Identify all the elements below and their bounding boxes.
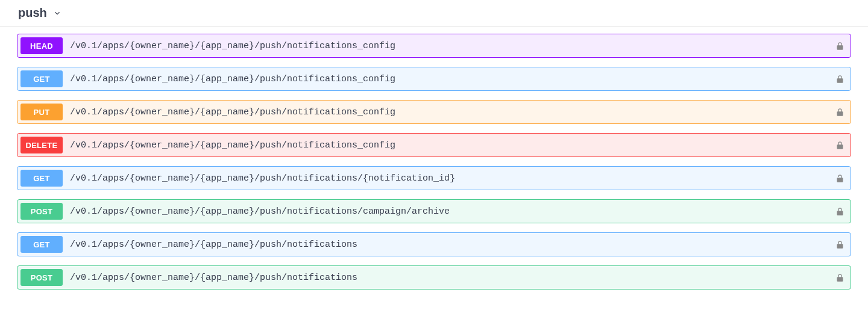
lock-icon[interactable] bbox=[835, 207, 844, 216]
lock-icon[interactable] bbox=[835, 240, 844, 249]
operation-row[interactable]: POST /v0.1/apps/{owner_name}/{app_name}/… bbox=[17, 265, 851, 290]
operation-row[interactable]: GET /v0.1/apps/{owner_name}/{app_name}/p… bbox=[17, 67, 851, 91]
method-badge: GET bbox=[20, 170, 63, 187]
lock-icon[interactable] bbox=[835, 273, 844, 282]
section-title: push bbox=[18, 6, 47, 20]
operations-list: HEAD /v0.1/apps/{owner_name}/{app_name}/… bbox=[0, 26, 868, 290]
section-header[interactable]: push bbox=[0, 0, 868, 26]
operation-path: /v0.1/apps/{owner_name}/{app_name}/push/… bbox=[70, 173, 835, 184]
lock-icon[interactable] bbox=[835, 42, 844, 51]
operation-row[interactable]: POST /v0.1/apps/{owner_name}/{app_name}/… bbox=[17, 199, 851, 223]
operation-row[interactable]: PUT /v0.1/apps/{owner_name}/{app_name}/p… bbox=[17, 100, 851, 124]
chevron-down-icon bbox=[53, 9, 61, 17]
operation-path: /v0.1/apps/{owner_name}/{app_name}/push/… bbox=[70, 74, 835, 84]
lock-icon[interactable] bbox=[835, 75, 844, 84]
operation-path: /v0.1/apps/{owner_name}/{app_name}/push/… bbox=[70, 240, 835, 250]
operation-path: /v0.1/apps/{owner_name}/{app_name}/push/… bbox=[70, 41, 835, 51]
operation-path: /v0.1/apps/{owner_name}/{app_name}/push/… bbox=[70, 140, 835, 150]
method-badge: POST bbox=[20, 203, 63, 220]
operation-row[interactable]: HEAD /v0.1/apps/{owner_name}/{app_name}/… bbox=[17, 34, 851, 58]
operation-path: /v0.1/apps/{owner_name}/{app_name}/push/… bbox=[70, 206, 835, 217]
method-badge: POST bbox=[20, 269, 63, 286]
operation-path: /v0.1/apps/{owner_name}/{app_name}/push/… bbox=[70, 107, 835, 117]
method-badge: HEAD bbox=[20, 37, 63, 54]
method-badge: GET bbox=[20, 236, 63, 253]
lock-open-icon[interactable] bbox=[835, 174, 844, 183]
operation-row[interactable]: GET /v0.1/apps/{owner_name}/{app_name}/p… bbox=[17, 232, 851, 256]
method-badge: PUT bbox=[20, 104, 63, 120]
method-badge: DELETE bbox=[20, 137, 63, 153]
lock-icon[interactable] bbox=[835, 141, 844, 150]
operation-path: /v0.1/apps/{owner_name}/{app_name}/push/… bbox=[70, 273, 835, 283]
operation-row[interactable]: DELETE /v0.1/apps/{owner_name}/{app_name… bbox=[17, 133, 851, 157]
lock-icon[interactable] bbox=[835, 108, 844, 117]
method-badge: GET bbox=[20, 70, 63, 87]
operation-row[interactable]: GET /v0.1/apps/{owner_name}/{app_name}/p… bbox=[17, 166, 851, 190]
